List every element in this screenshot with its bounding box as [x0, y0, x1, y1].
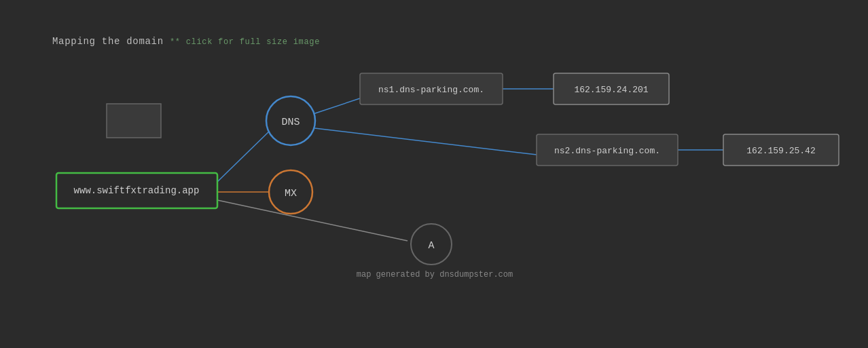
line-domain-dns	[217, 129, 272, 182]
line-dns-ns2	[309, 128, 537, 155]
diagram-svg: www.swiftfxtrading.app DNS MX A ns1.dns-…	[0, 0, 868, 348]
footer-text: map generated by dnsdumpster.com	[357, 270, 513, 279]
ip2-label: 162.159.25.42	[746, 146, 815, 156]
a-label: A	[428, 240, 434, 252]
domain-label: www.swiftfxtrading.app	[74, 185, 200, 196]
ns2-label: ns2.dns-parking.com.	[554, 146, 660, 156]
ns1-label: ns1.dns-parking.com.	[378, 85, 484, 95]
thumbnail-box	[107, 104, 161, 138]
line-domain-a	[217, 200, 408, 241]
mx-label: MX	[285, 188, 297, 199]
ip1-label: 162.159.24.201	[574, 85, 648, 95]
dns-label: DNS	[281, 117, 300, 128]
line-dns-ns1	[309, 98, 360, 115]
